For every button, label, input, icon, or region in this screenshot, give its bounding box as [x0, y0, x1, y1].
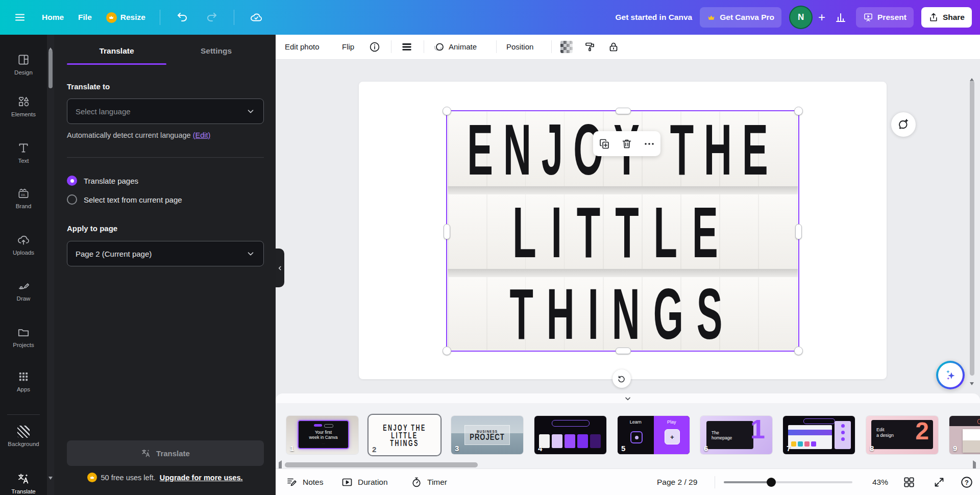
add-comment-button[interactable] — [891, 112, 916, 137]
page-indicator[interactable]: Page 2 / 29 — [657, 469, 697, 495]
redo-button[interactable] — [204, 10, 219, 25]
thumbnail-slide: Edita design 2 — [871, 420, 933, 449]
elements-icon — [17, 95, 30, 108]
chevron-left-icon — [277, 265, 283, 271]
position-button[interactable]: Position — [506, 35, 533, 59]
zoom-slider[interactable] — [724, 481, 852, 483]
sidebar-item-design[interactable]: Design — [0, 53, 47, 76]
duration-button[interactable]: Duration — [341, 469, 388, 495]
page-thumbnail-5[interactable]: Learn Play + 5 — [618, 416, 690, 454]
sidebar-item-uploads[interactable]: Uploads — [0, 233, 47, 256]
more-options-button[interactable] — [643, 138, 655, 150]
resize-handle-sw[interactable] — [443, 346, 451, 355]
page-thumbnail-2-selected[interactable]: ENJOY THE LITTLE THINGS 2 — [368, 414, 442, 456]
design-icon — [17, 53, 30, 66]
scroll-down-arrow[interactable] — [48, 480, 53, 489]
menu-resize[interactable]: Resize — [106, 12, 145, 23]
grid-view-button[interactable] — [902, 469, 916, 495]
get-started-link[interactable]: Get started in Canva — [615, 13, 692, 22]
radio-unselected-icon — [67, 194, 77, 205]
radio-translate-pages[interactable]: Translate pages — [67, 176, 138, 186]
lock-button[interactable] — [607, 35, 620, 59]
duplicate-icon — [598, 138, 610, 150]
adjust-levels-button[interactable] — [400, 35, 413, 59]
sidebar-divider — [7, 414, 40, 415]
page-thumbnail-8[interactable]: Edita design 2 8 — [866, 416, 938, 454]
radio-select-text[interactable]: Select text from current page — [67, 194, 182, 205]
resize-handle-se[interactable] — [794, 346, 803, 355]
upload-cloud-icon — [17, 233, 30, 246]
avatar[interactable]: N — [789, 6, 813, 29]
duplicate-button[interactable] — [598, 138, 610, 150]
share-icon — [928, 12, 939, 22]
redo-icon — [206, 11, 218, 23]
info-button[interactable] — [369, 35, 381, 59]
present-button[interactable]: Present — [856, 7, 914, 28]
sidebar-item-background[interactable]: Background — [0, 426, 47, 447]
sidebar-item-apps[interactable]: Apps — [0, 370, 47, 392]
canva-ai-button[interactable] — [936, 361, 965, 389]
copy-style-button[interactable] — [584, 35, 596, 59]
rotate-handle[interactable] — [612, 369, 631, 388]
sidebar-scrollbar[interactable] — [47, 35, 54, 495]
vscroll-up-arrow[interactable] — [970, 69, 974, 79]
resize-handle-ne[interactable] — [794, 107, 803, 115]
language-select[interactable]: Select language — [67, 98, 264, 124]
sidebar-item-brand[interactable]: co. Brand — [0, 187, 47, 209]
animate-button[interactable]: Animate — [433, 35, 477, 59]
transparency-button[interactable] — [560, 35, 573, 59]
page-thumbnail-6[interactable]: Thehomepage 1 6 — [700, 416, 772, 454]
page-number: 8 — [870, 444, 874, 453]
page-select[interactable]: Page 2 (Current page) — [67, 241, 264, 266]
undo-button[interactable] — [175, 10, 190, 25]
strip-scrollbar-thumb[interactable] — [285, 462, 478, 467]
upgrade-link[interactable]: Upgrade for more uses. — [160, 474, 243, 482]
sidebar-item-translate[interactable]: Translate — [0, 472, 47, 494]
menu-home[interactable]: Home — [42, 13, 64, 22]
edit-language-link[interactable]: (Edit) — [193, 131, 211, 139]
page-thumbnail-3[interactable]: BUSINESS PROJECT 3 — [451, 416, 523, 454]
zoom-level[interactable]: 43% — [857, 469, 888, 495]
get-canva-pro-button[interactable]: Get Canva Pro — [700, 7, 781, 28]
scrollbar-thumb[interactable] — [48, 50, 53, 88]
tab-settings[interactable]: Settings — [166, 41, 266, 61]
divider — [424, 40, 424, 53]
delete-button[interactable] — [621, 138, 633, 150]
flip-button[interactable]: Flip — [342, 35, 354, 59]
resize-handle-nw[interactable] — [443, 107, 451, 115]
tab-translate[interactable]: Translate — [67, 41, 166, 61]
zoom-slider-knob[interactable] — [767, 478, 776, 487]
resize-handle-w[interactable] — [444, 224, 450, 239]
help-button[interactable]: ? — [960, 469, 974, 495]
sidebar-item-draw[interactable]: Draw — [0, 279, 47, 302]
page-thumbnail-4[interactable]: 4 — [534, 416, 606, 454]
resize-handle-e[interactable] — [795, 224, 802, 239]
page-thumbnail-9[interactable]: 9 — [949, 416, 980, 454]
vertical-scrollbar[interactable] — [970, 81, 974, 376]
main-menu-button[interactable] — [12, 10, 28, 25]
share-button[interactable]: Share — [921, 7, 972, 28]
resize-handle-s[interactable] — [616, 348, 631, 354]
apply-to-page-label: Apply to page — [67, 224, 117, 233]
scroll-up-arrow[interactable] — [48, 39, 53, 48]
sidebar-item-projects[interactable]: Projects — [0, 326, 47, 348]
notes-icon — [286, 476, 298, 488]
edit-photo-button[interactable]: Edit photo — [285, 35, 320, 59]
resize-handle-n[interactable] — [616, 108, 631, 114]
thumbnail-header — [949, 416, 980, 426]
status-bar: Notes Duration Timer Page 2 / 29 43% ? — [276, 468, 980, 495]
fullscreen-button[interactable] — [933, 469, 945, 495]
add-member-button[interactable]: + — [818, 10, 825, 24]
page-thumbnail-7[interactable]: 7 — [783, 416, 855, 454]
page-thumbnail-1[interactable]: Your firstweek in Canva · · · 1 — [286, 416, 358, 454]
cloud-save-status-button[interactable] — [249, 10, 264, 25]
panel-collapse-button[interactable] — [276, 249, 284, 287]
insights-button[interactable] — [833, 10, 848, 25]
translate-button[interactable]: Translate — [67, 440, 264, 466]
timer-button[interactable]: Timer — [410, 469, 447, 495]
sidebar-item-text[interactable]: Text — [0, 141, 47, 164]
sidebar-item-elements[interactable]: Elements — [0, 95, 47, 117]
menu-file[interactable]: File — [78, 13, 92, 22]
filmstrip-collapse-button[interactable] — [615, 393, 641, 403]
notes-button[interactable]: Notes — [286, 469, 324, 495]
